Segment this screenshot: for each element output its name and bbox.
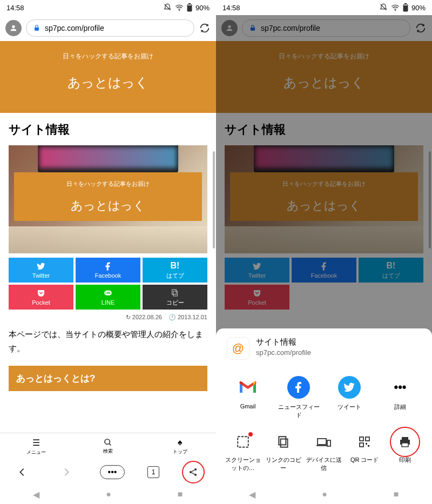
scrollbar[interactable] <box>213 151 215 248</box>
sheet-title: サイト情報 <box>256 337 311 347</box>
newsfeed-option[interactable]: ニュースフィード <box>277 376 320 419</box>
svg-point-4 <box>12 25 15 28</box>
top-button[interactable]: ♠トップ <box>144 433 216 460</box>
hatena-button[interactable]: B!はてブ <box>143 258 207 283</box>
sheet-url: sp7pc.com/profile <box>256 348 311 357</box>
sys-back-icon[interactable]: ◀ <box>33 489 39 500</box>
profile-button[interactable] <box>5 20 22 36</box>
preview-subtitle: 日々をハックする記事をお届け <box>14 180 202 188</box>
sys-back-icon[interactable]: ◀ <box>249 489 255 500</box>
svg-point-11 <box>190 471 192 473</box>
svg-rect-26 <box>360 437 363 441</box>
site-nav: ☰メニュー 検索 ♠トップ <box>0 433 216 460</box>
section-title: サイト情報 <box>9 122 207 138</box>
svg-text:LINE: LINE <box>105 292 111 294</box>
device-action[interactable]: デバイスに送信 <box>303 432 344 472</box>
svg-point-12 <box>194 468 197 471</box>
pocket-button[interactable]: Pocket <box>9 285 73 310</box>
qr-action[interactable]: QR コード <box>345 432 385 472</box>
share-button[interactable] <box>182 461 205 483</box>
sys-recent-icon[interactable]: ■ <box>178 489 183 499</box>
dates: ↻ 2022.08.26 🕐 2013.12.01 <box>9 314 207 321</box>
wifi-icon <box>391 3 400 12</box>
bell-off-icon <box>379 3 388 12</box>
copy-button[interactable]: コピー <box>143 285 207 310</box>
svg-rect-24 <box>327 440 330 446</box>
battery-icon <box>187 3 192 12</box>
right-screen: 14:58 90% sp7pc.com/profile 日々をハックする記事をお… <box>216 0 432 504</box>
more-option[interactable]: •••詳細 <box>379 376 422 419</box>
preview-title: あっとはっく <box>14 198 202 214</box>
svg-rect-22 <box>279 437 286 445</box>
share-sheet: @ サイト情報 sp7pc.com/profile Gmail ニュースフィード… <box>216 328 432 485</box>
svg-rect-19 <box>251 28 255 31</box>
hero-subtitle: 日々をハックする記事をお届け <box>5 52 211 61</box>
svg-rect-2 <box>187 5 192 11</box>
copylink-action[interactable]: リンクのコピー <box>263 432 303 472</box>
share-grid: Twitter Facebook B!はてブ Pocket LINELINE コ… <box>9 258 207 310</box>
sheet-app-icon: @ <box>227 337 249 360</box>
back-button[interactable] <box>11 461 33 483</box>
facebook-button[interactable]: Facebook <box>76 258 140 283</box>
browser-nav: ••• 1 <box>0 460 216 485</box>
line-button[interactable]: LINELINE <box>76 285 140 310</box>
sys-home-icon[interactable]: ● <box>106 489 111 499</box>
left-screen: 14:58 90% sp7pc.com/profile 日々をハックする記事をお… <box>0 0 216 504</box>
svg-rect-16 <box>403 5 408 11</box>
url-bar[interactable]: sp7pc.com/profile <box>26 19 194 37</box>
body-text: 本ページでは、当サイトの概要や管理人の紹介をします。 <box>9 327 207 355</box>
svg-point-0 <box>179 10 180 11</box>
forward-button[interactable] <box>56 461 77 483</box>
svg-rect-3 <box>188 3 191 4</box>
sys-home-icon[interactable]: ● <box>322 489 327 499</box>
more-button[interactable]: ••• <box>100 465 125 479</box>
svg-rect-21 <box>280 439 287 447</box>
battery-percent: 90% <box>195 4 210 12</box>
svg-point-14 <box>395 10 396 11</box>
status-bar: 14:58 90% <box>0 0 216 15</box>
browser-bar: sp7pc.com/profile <box>0 15 216 41</box>
svg-rect-29 <box>366 443 367 445</box>
preview-card: 日々をハックする記事をお届け あっとはっく <box>9 145 207 253</box>
lock-icon <box>33 24 40 32</box>
svg-rect-28 <box>360 443 363 447</box>
section-heading: あっとはっくとは? <box>9 366 207 391</box>
svg-point-10 <box>105 439 110 444</box>
svg-rect-30 <box>368 445 369 447</box>
svg-rect-20 <box>238 437 248 448</box>
url-bar[interactable]: sp7pc.com/profile <box>242 19 410 37</box>
svg-point-13 <box>194 474 197 476</box>
hero-title: あっとはっく <box>5 74 211 91</box>
hero-banner: 日々をハックする記事をお届け あっとはっく <box>0 41 216 113</box>
bell-off-icon <box>163 3 172 12</box>
screenshot-action[interactable]: スクリーンョットの… <box>222 432 263 472</box>
battery-icon <box>403 3 408 12</box>
search-button[interactable]: 検索 <box>72 433 144 460</box>
print-action[interactable]: 印刷 <box>385 432 426 472</box>
svg-rect-9 <box>172 290 177 294</box>
tweet-option[interactable]: ツイート <box>328 376 371 419</box>
sys-recent-icon[interactable]: ■ <box>394 489 399 499</box>
status-bar: 14:58 90% <box>216 0 432 15</box>
svg-rect-8 <box>173 291 178 296</box>
system-nav: ◀ ● ■ <box>216 485 432 504</box>
status-time: 14:58 <box>6 4 24 12</box>
svg-rect-27 <box>366 437 369 441</box>
scrollbar[interactable] <box>429 151 431 248</box>
tabs-button[interactable]: 1 <box>147 466 159 478</box>
reload-icon[interactable] <box>415 22 427 34</box>
menu-button[interactable]: ☰メニュー <box>0 433 72 460</box>
url-text: sp7pc.com/profile <box>45 24 104 32</box>
wifi-icon <box>175 3 184 12</box>
reload-icon[interactable] <box>199 22 211 34</box>
system-nav: ◀ ● ■ <box>0 485 216 504</box>
svg-point-18 <box>228 25 231 28</box>
gmail-option[interactable]: Gmail <box>226 376 269 419</box>
svg-rect-5 <box>35 28 39 31</box>
svg-rect-17 <box>404 3 407 4</box>
profile-button[interactable] <box>221 20 238 36</box>
twitter-button[interactable]: Twitter <box>9 258 73 283</box>
svg-rect-23 <box>318 439 326 445</box>
